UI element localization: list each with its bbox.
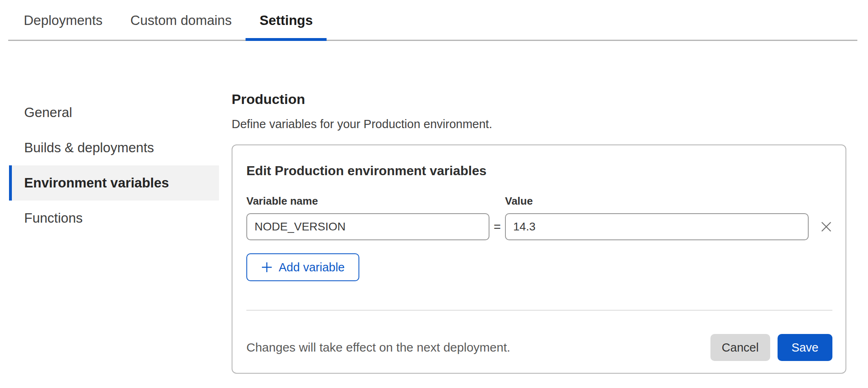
plus-icon	[261, 262, 273, 273]
variable-name-field-group: Variable name	[246, 195, 489, 240]
equals-sign: =	[489, 213, 505, 240]
card-title: Edit Production environment variables	[246, 163, 832, 178]
section-title: Production	[232, 91, 846, 107]
variable-name-input[interactable]	[246, 213, 489, 240]
card-footer: Changes will take effect on the next dep…	[246, 334, 832, 361]
save-button[interactable]: Save	[778, 334, 832, 361]
remove-variable-button[interactable]	[820, 213, 832, 240]
tab-deployments-label: Deployments	[24, 13, 103, 28]
add-variable-button-label: Add variable	[279, 261, 345, 274]
tab-deployments[interactable]: Deployments	[10, 0, 117, 41]
variable-row: Variable name = Value	[246, 195, 832, 240]
x-icon	[820, 221, 832, 233]
sidebar-item-functions[interactable]: Functions	[9, 201, 219, 236]
variable-name-label: Variable name	[246, 195, 489, 208]
tab-bar-divider	[8, 40, 857, 41]
tab-settings[interactable]: Settings	[246, 0, 327, 41]
sidebar-item-environment-variables-label: Environment variables	[24, 175, 169, 191]
card-footer-divider	[246, 310, 832, 311]
sidebar-item-functions-label: Functions	[24, 210, 83, 226]
section-description: Define variables for your Production env…	[232, 117, 846, 131]
tab-settings-label: Settings	[259, 13, 313, 28]
settings-sidebar: General Builds & deployments Environment…	[0, 41, 223, 236]
tab-bar: Deployments Custom domains Settings	[0, 0, 868, 41]
cancel-button[interactable]: Cancel	[710, 334, 770, 361]
footer-note: Changes will take effect on the next dep…	[246, 341, 510, 354]
content-area: General Builds & deployments Environment…	[0, 41, 868, 374]
tab-custom-domains[interactable]: Custom domains	[117, 0, 246, 41]
sidebar-item-general[interactable]: General	[9, 95, 219, 130]
sidebar-item-builds-deployments[interactable]: Builds & deployments	[9, 130, 219, 165]
footer-actions: Cancel Save	[710, 334, 832, 361]
main-panel: Production Define variables for your Pro…	[232, 41, 846, 374]
environment-variables-card: Edit Production environment variables Va…	[232, 144, 846, 374]
add-variable-button[interactable]: Add variable	[246, 253, 359, 281]
sidebar-item-builds-deployments-label: Builds & deployments	[24, 140, 154, 156]
sidebar-item-environment-variables[interactable]: Environment variables	[9, 165, 219, 201]
variable-value-field-group: Value	[505, 195, 809, 240]
tab-custom-domains-label: Custom domains	[131, 13, 232, 28]
variable-value-input[interactable]	[505, 213, 809, 240]
variable-value-label: Value	[505, 195, 809, 208]
sidebar-item-general-label: General	[24, 105, 72, 120]
